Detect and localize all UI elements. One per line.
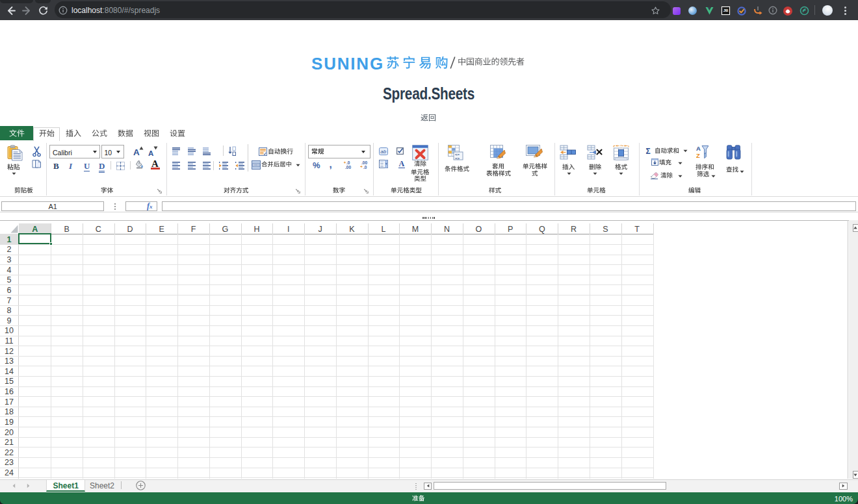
svg-text:=>: => (455, 156, 460, 160)
svg-text:.00: .00 (345, 165, 351, 170)
svg-text:.0: .0 (363, 165, 367, 170)
svg-text:Z: Z (696, 151, 700, 158)
svg-text:A: A (696, 145, 701, 152)
